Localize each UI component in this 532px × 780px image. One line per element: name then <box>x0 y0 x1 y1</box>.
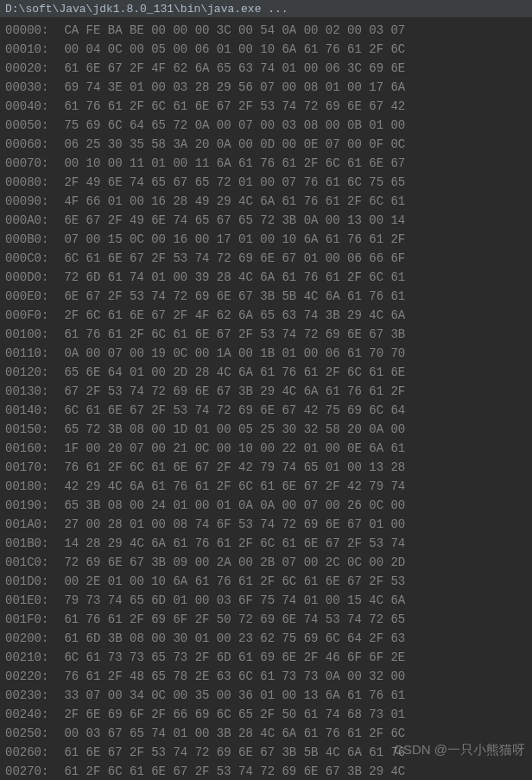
hex-dump-output: 00000: CA FE BA BE 00 00 00 3C 00 54 0A … <box>0 17 532 780</box>
hex-row: 00210: 6C 61 73 73 65 73 2F 6D 61 69 6E … <box>5 648 527 667</box>
hex-bytes: 79 73 74 65 6D 01 00 03 6F 75 74 01 00 1… <box>57 593 405 607</box>
hex-row: 00020: 61 6E 67 2F 4F 62 6A 65 63 74 01 … <box>5 59 527 78</box>
hex-bytes: 69 74 3E 01 00 03 28 29 56 07 00 08 01 0… <box>57 80 405 94</box>
hex-bytes: 06 25 30 35 58 3A 20 0A 00 0D 00 0E 07 0… <box>57 137 405 151</box>
hex-bytes: 72 6D 61 74 01 00 39 28 4C 6A 61 76 61 2… <box>57 270 405 284</box>
hex-row: 00270: 61 2F 6C 61 6E 67 2F 53 74 72 69 … <box>5 762 527 780</box>
hex-bytes: 00 04 0C 00 05 00 06 01 00 10 6A 61 76 6… <box>57 42 405 56</box>
console-title-text: D:\soft\Java\jdk1.8.0_131\bin\java.exe .… <box>5 3 288 16</box>
hex-row: 00110: 0A 00 07 00 19 0C 00 1A 00 1B 01 … <box>5 344 527 363</box>
hex-bytes: 65 72 3B 08 00 1D 01 00 05 25 30 32 58 2… <box>57 422 405 436</box>
hex-bytes: 6C 61 6E 67 2F 53 74 72 69 6E 67 42 75 6… <box>57 403 405 417</box>
hex-offset: 00130: <box>5 382 57 401</box>
hex-bytes: 72 69 6E 67 3B 09 00 2A 00 2B 07 00 2C 0… <box>57 555 405 569</box>
hex-offset: 000C0: <box>5 249 57 268</box>
hex-offset: 00010: <box>5 40 57 59</box>
hex-offset: 00070: <box>5 154 57 173</box>
hex-row: 001D0: 00 2E 01 00 10 6A 61 76 61 2F 6C … <box>5 572 527 591</box>
hex-bytes: 1F 00 20 07 00 21 0C 00 10 00 22 01 00 0… <box>57 441 405 455</box>
hex-row: 001C0: 72 69 6E 67 3B 09 00 2A 00 2B 07 … <box>5 553 527 572</box>
hex-offset: 000F0: <box>5 306 57 325</box>
hex-bytes: 75 69 6C 64 65 72 0A 00 07 00 03 08 00 0… <box>57 118 405 132</box>
hex-row: 00120: 65 6E 64 01 00 2D 28 4C 6A 61 76 … <box>5 363 527 382</box>
hex-row: 001F0: 61 76 61 2F 69 6F 2F 50 72 69 6E … <box>5 610 527 629</box>
hex-bytes: 42 29 4C 6A 61 76 61 2F 6C 61 6E 67 2F 4… <box>57 479 405 493</box>
hex-bytes: 61 76 61 2F 6C 61 6E 67 2F 53 74 72 69 6… <box>57 327 405 341</box>
hex-offset: 001D0: <box>5 572 57 591</box>
hex-row: 00080: 2F 49 6E 74 65 67 65 72 01 00 07 … <box>5 173 527 192</box>
hex-bytes: 00 03 67 65 74 01 00 3B 28 4C 6A 61 76 6… <box>57 726 405 740</box>
hex-offset: 00190: <box>5 496 57 515</box>
hex-offset: 00100: <box>5 325 57 344</box>
hex-row: 001A0: 27 00 28 01 00 08 74 6F 53 74 72 … <box>5 515 527 534</box>
hex-row: 00000: CA FE BA BE 00 00 00 3C 00 54 0A … <box>5 21 527 40</box>
hex-row: 00090: 4F 66 01 00 16 28 49 29 4C 6A 61 … <box>5 192 527 211</box>
hex-offset: 00040: <box>5 97 57 116</box>
hex-bytes: 61 6E 67 2F 4F 62 6A 65 63 74 01 00 06 3… <box>57 61 405 75</box>
hex-bytes: 00 10 00 11 01 00 11 6A 61 76 61 2F 6C 6… <box>57 156 405 170</box>
hex-bytes: 0A 00 07 00 19 0C 00 1A 00 1B 01 00 06 6… <box>57 346 405 360</box>
hex-row: 00160: 1F 00 20 07 00 21 0C 00 10 00 22 … <box>5 439 527 458</box>
hex-row: 00070: 00 10 00 11 01 00 11 6A 61 76 61 … <box>5 154 527 173</box>
hex-bytes: 61 6E 67 2F 53 74 72 69 6E 67 3B 5B 4C 6… <box>57 745 405 759</box>
hex-offset: 00080: <box>5 173 57 192</box>
hex-bytes: 76 61 2F 48 65 78 2E 63 6C 61 73 73 0A 0… <box>57 669 405 683</box>
hex-bytes: 6C 61 6E 67 2F 53 74 72 69 6E 67 01 00 0… <box>57 251 405 265</box>
hex-offset: 001C0: <box>5 553 57 572</box>
hex-offset: 00270: <box>5 762 57 780</box>
hex-row: 00250: 00 03 67 65 74 01 00 3B 28 4C 6A … <box>5 724 527 743</box>
hex-offset: 00240: <box>5 705 57 724</box>
hex-offset: 000D0: <box>5 268 57 287</box>
hex-offset: 001B0: <box>5 534 57 553</box>
hex-row: 00180: 42 29 4C 6A 61 76 61 2F 6C 61 6E … <box>5 477 527 496</box>
hex-row: 000B0: 07 00 15 0C 00 16 00 17 01 00 10 … <box>5 230 527 249</box>
hex-row: 00170: 76 61 2F 6C 61 6E 67 2F 42 79 74 … <box>5 458 527 477</box>
hex-row: 00230: 33 07 00 34 0C 00 35 00 36 01 00 … <box>5 686 527 705</box>
hex-row: 00190: 65 3B 08 00 24 01 00 01 0A 0A 00 … <box>5 496 527 515</box>
hex-bytes: CA FE BA BE 00 00 00 3C 00 54 0A 00 02 0… <box>57 23 405 37</box>
hex-offset: 00030: <box>5 78 57 97</box>
hex-row: 00050: 75 69 6C 64 65 72 0A 00 07 00 03 … <box>5 116 527 135</box>
hex-offset: 00180: <box>5 477 57 496</box>
hex-offset: 001A0: <box>5 515 57 534</box>
hex-row: 00260: 61 6E 67 2F 53 74 72 69 6E 67 3B … <box>5 743 527 762</box>
hex-bytes: 07 00 15 0C 00 16 00 17 01 00 10 6A 61 7… <box>57 232 405 246</box>
hex-offset: 00160: <box>5 439 57 458</box>
hex-bytes: 6E 67 2F 53 74 72 69 6E 67 3B 5B 4C 6A 6… <box>57 289 405 303</box>
hex-row: 00200: 61 6D 3B 08 00 30 01 00 23 62 75 … <box>5 629 527 648</box>
hex-offset: 00110: <box>5 344 57 363</box>
hex-offset: 00150: <box>5 420 57 439</box>
hex-bytes: 65 3B 08 00 24 01 00 01 0A 0A 00 07 00 2… <box>57 498 405 512</box>
hex-bytes: 6C 61 73 73 65 73 2F 6D 61 69 6E 2F 46 6… <box>57 650 405 664</box>
console-title-bar: D:\soft\Java\jdk1.8.0_131\bin\java.exe .… <box>0 0 532 17</box>
hex-row: 001E0: 79 73 74 65 6D 01 00 03 6F 75 74 … <box>5 591 527 610</box>
hex-offset: 00050: <box>5 116 57 135</box>
hex-offset: 00170: <box>5 458 57 477</box>
hex-offset: 00210: <box>5 648 57 667</box>
hex-bytes: 00 2E 01 00 10 6A 61 76 61 2F 6C 61 6E 6… <box>57 574 405 588</box>
hex-row: 00150: 65 72 3B 08 00 1D 01 00 05 25 30 … <box>5 420 527 439</box>
hex-bytes: 14 28 29 4C 6A 61 76 61 2F 6C 61 6E 67 2… <box>57 536 405 550</box>
hex-offset: 001E0: <box>5 591 57 610</box>
hex-bytes: 33 07 00 34 0C 00 35 00 36 01 00 13 6A 6… <box>57 688 405 702</box>
hex-offset: 001F0: <box>5 610 57 629</box>
hex-offset: 00260: <box>5 743 57 762</box>
hex-row: 001B0: 14 28 29 4C 6A 61 76 61 2F 6C 61 … <box>5 534 527 553</box>
hex-bytes: 76 61 2F 6C 61 6E 67 2F 42 79 74 65 01 0… <box>57 460 405 474</box>
hex-bytes: 4F 66 01 00 16 28 49 29 4C 6A 61 76 61 2… <box>57 194 405 208</box>
hex-row: 00030: 69 74 3E 01 00 03 28 29 56 07 00 … <box>5 78 527 97</box>
hex-row: 00240: 2F 6E 69 6F 2F 66 69 6C 65 2F 50 … <box>5 705 527 724</box>
hex-offset: 00020: <box>5 59 57 78</box>
hex-offset: 000B0: <box>5 230 57 249</box>
hex-offset: 00220: <box>5 667 57 686</box>
hex-bytes: 2F 6C 61 6E 67 2F 4F 62 6A 65 63 74 3B 2… <box>57 308 405 322</box>
hex-offset: 00250: <box>5 724 57 743</box>
hex-row: 00130: 67 2F 53 74 72 69 6E 67 3B 29 4C … <box>5 382 527 401</box>
hex-bytes: 6E 67 2F 49 6E 74 65 67 65 72 3B 0A 00 1… <box>57 213 405 227</box>
hex-row: 00040: 61 76 61 2F 6C 61 6E 67 2F 53 74 … <box>5 97 527 116</box>
hex-row: 000F0: 2F 6C 61 6E 67 2F 4F 62 6A 65 63 … <box>5 306 527 325</box>
hex-offset: 000A0: <box>5 211 57 230</box>
hex-bytes: 2F 6E 69 6F 2F 66 69 6C 65 2F 50 61 74 6… <box>57 707 405 721</box>
hex-offset: 00200: <box>5 629 57 648</box>
hex-offset: 00230: <box>5 686 57 705</box>
